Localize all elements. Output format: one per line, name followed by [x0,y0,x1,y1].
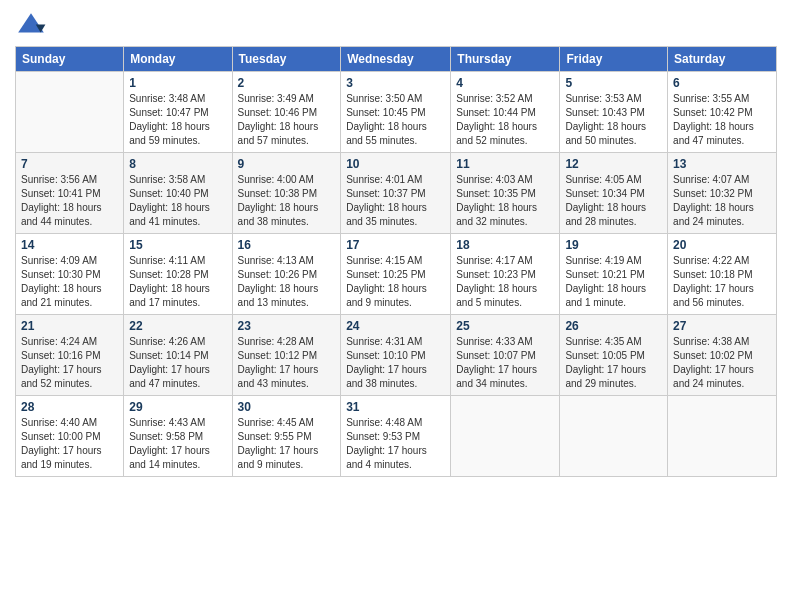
day-number: 9 [238,157,336,171]
day-detail: Sunrise: 4:15 AMSunset: 10:25 PMDaylight… [346,254,445,310]
day-cell: 13Sunrise: 4:07 AMSunset: 10:32 PMDaylig… [668,153,777,234]
day-detail: Sunrise: 4:45 AMSunset: 9:55 PMDaylight:… [238,416,336,472]
day-detail: Sunrise: 3:50 AMSunset: 10:45 PMDaylight… [346,92,445,148]
day-cell: 17Sunrise: 4:15 AMSunset: 10:25 PMDaylig… [341,234,451,315]
day-cell: 19Sunrise: 4:19 AMSunset: 10:21 PMDaylig… [560,234,668,315]
day-detail: Sunrise: 4:38 AMSunset: 10:02 PMDaylight… [673,335,771,391]
day-number: 23 [238,319,336,333]
page-header [15,10,777,42]
day-cell: 16Sunrise: 4:13 AMSunset: 10:26 PMDaylig… [232,234,341,315]
day-number: 12 [565,157,662,171]
day-cell: 1Sunrise: 3:48 AMSunset: 10:47 PMDayligh… [124,72,232,153]
day-detail: Sunrise: 4:07 AMSunset: 10:32 PMDaylight… [673,173,771,229]
day-cell: 25Sunrise: 4:33 AMSunset: 10:07 PMDaylig… [451,315,560,396]
day-header-monday: Monday [124,47,232,72]
day-cell: 27Sunrise: 4:38 AMSunset: 10:02 PMDaylig… [668,315,777,396]
day-detail: Sunrise: 3:52 AMSunset: 10:44 PMDaylight… [456,92,554,148]
week-row-5: 28Sunrise: 4:40 AMSunset: 10:00 PMDaylig… [16,396,777,477]
day-number: 16 [238,238,336,252]
day-detail: Sunrise: 4:11 AMSunset: 10:28 PMDaylight… [129,254,226,310]
week-row-2: 7Sunrise: 3:56 AMSunset: 10:41 PMDayligh… [16,153,777,234]
day-cell [668,396,777,477]
day-detail: Sunrise: 4:13 AMSunset: 10:26 PMDaylight… [238,254,336,310]
day-cell: 21Sunrise: 4:24 AMSunset: 10:16 PMDaylig… [16,315,124,396]
day-header-friday: Friday [560,47,668,72]
day-cell: 12Sunrise: 4:05 AMSunset: 10:34 PMDaylig… [560,153,668,234]
day-detail: Sunrise: 4:01 AMSunset: 10:37 PMDaylight… [346,173,445,229]
day-number: 10 [346,157,445,171]
day-number: 13 [673,157,771,171]
day-header-wednesday: Wednesday [341,47,451,72]
day-number: 2 [238,76,336,90]
day-cell [451,396,560,477]
day-detail: Sunrise: 4:33 AMSunset: 10:07 PMDaylight… [456,335,554,391]
day-number: 21 [21,319,118,333]
day-cell: 22Sunrise: 4:26 AMSunset: 10:14 PMDaylig… [124,315,232,396]
day-detail: Sunrise: 4:00 AMSunset: 10:38 PMDaylight… [238,173,336,229]
day-detail: Sunrise: 4:35 AMSunset: 10:05 PMDaylight… [565,335,662,391]
header-row: SundayMondayTuesdayWednesdayThursdayFrid… [16,47,777,72]
day-number: 30 [238,400,336,414]
day-detail: Sunrise: 4:17 AMSunset: 10:23 PMDaylight… [456,254,554,310]
week-row-3: 14Sunrise: 4:09 AMSunset: 10:30 PMDaylig… [16,234,777,315]
day-header-thursday: Thursday [451,47,560,72]
day-number: 27 [673,319,771,333]
day-number: 18 [456,238,554,252]
day-header-saturday: Saturday [668,47,777,72]
day-number: 3 [346,76,445,90]
day-number: 17 [346,238,445,252]
day-cell: 28Sunrise: 4:40 AMSunset: 10:00 PMDaylig… [16,396,124,477]
day-number: 19 [565,238,662,252]
day-cell: 15Sunrise: 4:11 AMSunset: 10:28 PMDaylig… [124,234,232,315]
day-number: 25 [456,319,554,333]
day-cell: 4Sunrise: 3:52 AMSunset: 10:44 PMDayligh… [451,72,560,153]
day-detail: Sunrise: 4:24 AMSunset: 10:16 PMDaylight… [21,335,118,391]
day-number: 6 [673,76,771,90]
day-number: 29 [129,400,226,414]
day-number: 31 [346,400,445,414]
calendar-table: SundayMondayTuesdayWednesdayThursdayFrid… [15,46,777,477]
day-cell: 31Sunrise: 4:48 AMSunset: 9:53 PMDayligh… [341,396,451,477]
day-cell: 23Sunrise: 4:28 AMSunset: 10:12 PMDaylig… [232,315,341,396]
day-cell: 3Sunrise: 3:50 AMSunset: 10:45 PMDayligh… [341,72,451,153]
day-detail: Sunrise: 4:48 AMSunset: 9:53 PMDaylight:… [346,416,445,472]
day-cell [560,396,668,477]
day-detail: Sunrise: 4:03 AMSunset: 10:35 PMDaylight… [456,173,554,229]
day-detail: Sunrise: 4:05 AMSunset: 10:34 PMDaylight… [565,173,662,229]
day-number: 24 [346,319,445,333]
day-header-sunday: Sunday [16,47,124,72]
week-row-1: 1Sunrise: 3:48 AMSunset: 10:47 PMDayligh… [16,72,777,153]
day-cell: 11Sunrise: 4:03 AMSunset: 10:35 PMDaylig… [451,153,560,234]
day-cell [16,72,124,153]
day-number: 1 [129,76,226,90]
day-cell: 29Sunrise: 4:43 AMSunset: 9:58 PMDayligh… [124,396,232,477]
logo [15,10,51,42]
day-header-tuesday: Tuesday [232,47,341,72]
day-number: 22 [129,319,226,333]
day-number: 15 [129,238,226,252]
day-number: 7 [21,157,118,171]
day-number: 4 [456,76,554,90]
day-cell: 5Sunrise: 3:53 AMSunset: 10:43 PMDayligh… [560,72,668,153]
day-detail: Sunrise: 4:26 AMSunset: 10:14 PMDaylight… [129,335,226,391]
day-number: 14 [21,238,118,252]
day-number: 26 [565,319,662,333]
day-cell: 30Sunrise: 4:45 AMSunset: 9:55 PMDayligh… [232,396,341,477]
day-detail: Sunrise: 4:28 AMSunset: 10:12 PMDaylight… [238,335,336,391]
day-number: 8 [129,157,226,171]
day-number: 5 [565,76,662,90]
day-cell: 26Sunrise: 4:35 AMSunset: 10:05 PMDaylig… [560,315,668,396]
day-cell: 14Sunrise: 4:09 AMSunset: 10:30 PMDaylig… [16,234,124,315]
day-detail: Sunrise: 4:31 AMSunset: 10:10 PMDaylight… [346,335,445,391]
day-detail: Sunrise: 4:40 AMSunset: 10:00 PMDaylight… [21,416,118,472]
day-detail: Sunrise: 4:09 AMSunset: 10:30 PMDaylight… [21,254,118,310]
day-cell: 2Sunrise: 3:49 AMSunset: 10:46 PMDayligh… [232,72,341,153]
week-row-4: 21Sunrise: 4:24 AMSunset: 10:16 PMDaylig… [16,315,777,396]
day-cell: 10Sunrise: 4:01 AMSunset: 10:37 PMDaylig… [341,153,451,234]
day-detail: Sunrise: 3:53 AMSunset: 10:43 PMDaylight… [565,92,662,148]
day-detail: Sunrise: 3:48 AMSunset: 10:47 PMDaylight… [129,92,226,148]
day-cell: 9Sunrise: 4:00 AMSunset: 10:38 PMDayligh… [232,153,341,234]
day-detail: Sunrise: 4:43 AMSunset: 9:58 PMDaylight:… [129,416,226,472]
day-cell: 7Sunrise: 3:56 AMSunset: 10:41 PMDayligh… [16,153,124,234]
day-cell: 6Sunrise: 3:55 AMSunset: 10:42 PMDayligh… [668,72,777,153]
